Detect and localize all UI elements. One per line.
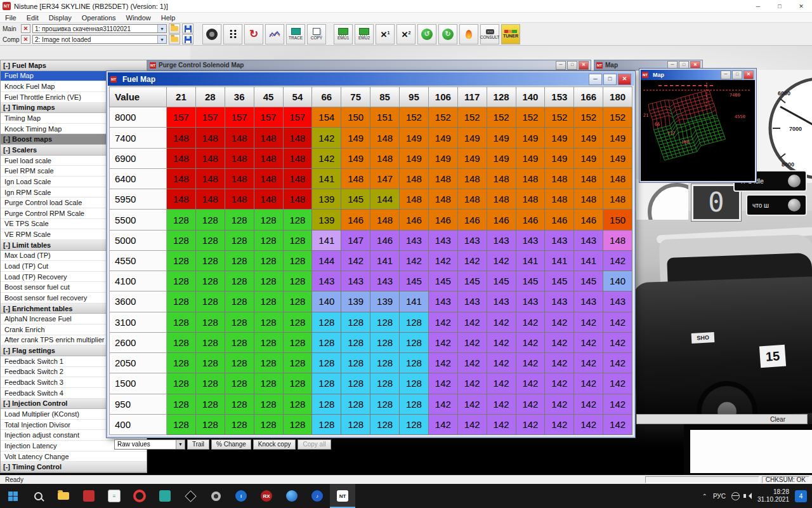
map-cell[interactable]: 149 bbox=[428, 148, 457, 168]
map-cell[interactable]: 142 bbox=[428, 332, 457, 352]
map-cell[interactable]: 146 bbox=[400, 210, 429, 230]
knock-copy-button[interactable]: Knock copy bbox=[253, 439, 296, 450]
map-cell[interactable]: 139 bbox=[370, 291, 400, 312]
menu-file[interactable]: File bbox=[0, 14, 22, 22]
map-cell[interactable]: 128 bbox=[254, 394, 283, 414]
close-image1-button[interactable]: ✕1 bbox=[376, 24, 395, 44]
map-cell[interactable]: 148 bbox=[457, 189, 487, 210]
map-cell[interactable]: 142 bbox=[428, 312, 457, 332]
map-cell[interactable]: 145 bbox=[341, 189, 370, 210]
map-cell[interactable]: 142 bbox=[603, 414, 632, 434]
map-cell[interactable]: 149 bbox=[487, 148, 516, 168]
map-cell[interactable]: 128 bbox=[195, 332, 225, 352]
map-cell[interactable]: 143 bbox=[312, 271, 341, 291]
map-cell[interactable]: 142 bbox=[516, 353, 545, 373]
map-cell[interactable]: 128 bbox=[400, 373, 429, 394]
map-cell[interactable]: 139 bbox=[312, 210, 341, 230]
minimize-icon[interactable]: ─ bbox=[721, 70, 731, 79]
map-cell[interactable]: 148 bbox=[167, 148, 196, 168]
map-cell[interactable]: 142 bbox=[428, 250, 457, 271]
map-cell[interactable]: 146 bbox=[341, 210, 370, 230]
column-header[interactable]: 95 bbox=[400, 87, 429, 107]
map-cell[interactable]: 128 bbox=[195, 373, 225, 394]
map-cell[interactable]: 148 bbox=[254, 128, 283, 148]
map-cell[interactable]: 145 bbox=[574, 271, 603, 291]
tray-expand-icon[interactable]: ⌃ bbox=[702, 493, 707, 500]
tree-section-header[interactable]: [-] Timing Control bbox=[1, 462, 147, 472]
map-cell[interactable]: 148 bbox=[195, 128, 225, 148]
row-header[interactable]: 950 bbox=[110, 394, 167, 414]
maximize-icon[interactable]: □ bbox=[769, 0, 790, 12]
map-cell[interactable]: 142 bbox=[516, 373, 545, 394]
map-cell[interactable]: 150 bbox=[341, 107, 370, 128]
minimize-icon[interactable]: ─ bbox=[589, 74, 602, 85]
map-cell[interactable]: 128 bbox=[225, 271, 254, 291]
minimize-icon[interactable]: ─ bbox=[556, 61, 566, 70]
tree-section-header[interactable]: [-] Fuel Maps bbox=[1, 60, 147, 71]
map-cell[interactable]: 128 bbox=[167, 271, 196, 291]
dots-grid-button[interactable] bbox=[223, 24, 242, 44]
map-cell[interactable]: 145 bbox=[487, 271, 516, 291]
row-header[interactable]: 8000 bbox=[110, 107, 167, 128]
map-cell[interactable]: 141 bbox=[370, 250, 400, 271]
map-cell[interactable]: 148 bbox=[225, 128, 254, 148]
map-cell[interactable]: 128 bbox=[254, 271, 283, 291]
menu-edit[interactable]: Edit bbox=[22, 14, 44, 22]
map-cell[interactable]: 152 bbox=[574, 107, 603, 128]
map-cell[interactable]: 128 bbox=[254, 291, 283, 312]
map-cell[interactable]: 140 bbox=[603, 271, 632, 291]
taskbar-nistune[interactable]: NT bbox=[330, 484, 355, 508]
map-cell[interactable]: 141 bbox=[574, 250, 603, 271]
map-cell[interactable]: 143 bbox=[428, 291, 457, 312]
map-cell[interactable]: 142 bbox=[487, 312, 516, 332]
map-cell[interactable]: 128 bbox=[254, 250, 283, 271]
map-cell[interactable]: 142 bbox=[312, 148, 341, 168]
map-cell[interactable]: 142 bbox=[400, 250, 429, 271]
language-indicator[interactable]: РУС bbox=[713, 493, 726, 500]
map-cell[interactable]: 128 bbox=[370, 373, 400, 394]
map-cell[interactable]: 142 bbox=[574, 332, 603, 352]
map-cell[interactable]: 148 bbox=[195, 148, 225, 168]
map-cell[interactable]: 148 bbox=[428, 168, 457, 189]
row-header[interactable]: 5950 bbox=[110, 189, 167, 210]
map-cell[interactable]: 146 bbox=[516, 210, 545, 230]
column-header[interactable]: 106 bbox=[428, 87, 457, 107]
column-header[interactable]: 166 bbox=[574, 87, 603, 107]
trace-button[interactable]: TRACE bbox=[286, 24, 305, 44]
column-header[interactable]: 85 bbox=[370, 87, 400, 107]
target-button[interactable] bbox=[202, 24, 221, 44]
map-cell[interactable]: 128 bbox=[400, 332, 429, 352]
map-cell[interactable]: 142 bbox=[428, 394, 457, 414]
map-cell[interactable]: 146 bbox=[574, 210, 603, 230]
map-cell[interactable]: 149 bbox=[545, 128, 574, 148]
map-cell[interactable]: 148 bbox=[167, 168, 196, 189]
map-cell[interactable]: 128 bbox=[370, 353, 400, 373]
map-cell[interactable]: 142 bbox=[574, 312, 603, 332]
main-close-button[interactable]: ✕ bbox=[21, 24, 30, 33]
map-cell[interactable]: 145 bbox=[457, 271, 487, 291]
map-cell[interactable]: 142 bbox=[457, 373, 487, 394]
map-cell[interactable]: 142 bbox=[457, 332, 487, 352]
map-cell[interactable]: 148 bbox=[195, 168, 225, 189]
map-cell[interactable]: 128 bbox=[195, 250, 225, 271]
map-cell[interactable]: 128 bbox=[283, 230, 312, 250]
map-cell[interactable]: 148 bbox=[545, 168, 574, 189]
volume-icon[interactable] bbox=[745, 493, 752, 499]
map-cell[interactable]: 143 bbox=[428, 230, 457, 250]
maximize-icon[interactable]: □ bbox=[732, 70, 742, 79]
map-cell[interactable]: 149 bbox=[341, 128, 370, 148]
clock[interactable]: 18:28 31.10.2021 bbox=[757, 488, 789, 504]
open-comp-button[interactable] bbox=[169, 34, 180, 44]
map-cell[interactable]: 128 bbox=[283, 312, 312, 332]
map-cell[interactable]: 128 bbox=[283, 271, 312, 291]
map-cell[interactable]: 142 bbox=[457, 250, 487, 271]
taskbar-settings[interactable] bbox=[203, 484, 228, 508]
map-cell[interactable]: 142 bbox=[545, 332, 574, 352]
map-cell[interactable]: 128 bbox=[400, 312, 429, 332]
map-cell[interactable]: 128 bbox=[225, 353, 254, 373]
map-cell[interactable]: 143 bbox=[603, 291, 632, 312]
map-cell[interactable]: 128 bbox=[167, 353, 196, 373]
map-cell[interactable]: 152 bbox=[487, 107, 516, 128]
map-cell[interactable]: 128 bbox=[195, 210, 225, 230]
map-cell[interactable]: 149 bbox=[574, 128, 603, 148]
